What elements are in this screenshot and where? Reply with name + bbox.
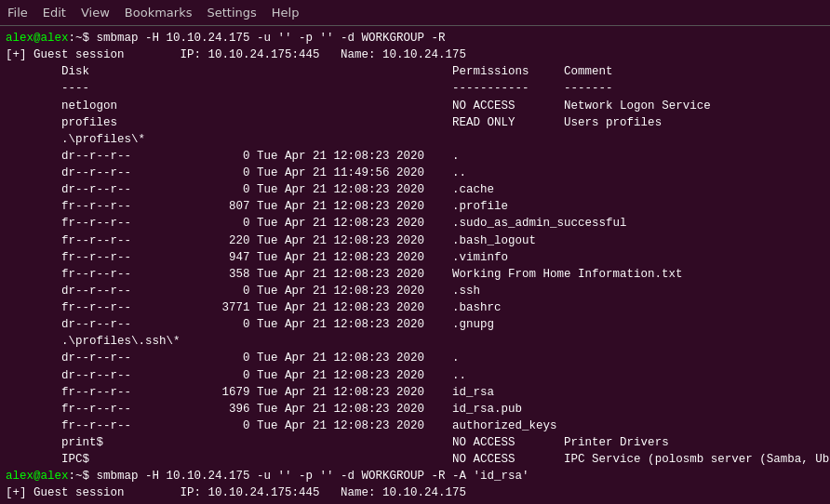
menu-bar[interactable]: File Edit View Bookmarks Settings Help (7, 6, 299, 20)
line-ssh-dir: .\profiles\.ssh\* (6, 335, 181, 348)
line-dotdot: dr--r--r-- 0 Tue Apr 21 11:49:56 2020 .. (6, 166, 466, 179)
line-sudo: fr--r--r-- 0 Tue Apr 21 12:08:23 2020 .s… (6, 217, 627, 230)
prompt-sep-2: :~$ (69, 470, 97, 483)
line-dot: dr--r--r-- 0 Tue Apr 21 12:08:23 2020 . (6, 150, 460, 163)
line-bashrc: fr--r--r-- 3771 Tue Apr 21 12:08:23 2020… (6, 301, 502, 314)
prompt-sep-1: :~$ (69, 32, 97, 45)
line-guest-2: [+] Guest session IP: 10.10.24.175:445 N… (6, 486, 536, 499)
line-ipc: IPC$ NO ACCESS IPC Service (polosmb serv… (6, 453, 830, 466)
prompt-1: alex@alex (6, 32, 69, 45)
menu-file[interactable]: File (7, 6, 28, 20)
menu-help[interactable]: Help (272, 6, 300, 20)
line-idrsa-pub: fr--r--r-- 396 Tue Apr 21 12:08:23 2020 … (6, 403, 522, 416)
menu-view[interactable]: View (81, 6, 110, 20)
line-print: print$ NO ACCESS Printer Drivers (6, 436, 669, 449)
line-viminfo: fr--r--r-- 947 Tue Apr 21 12:08:23 2020 … (6, 251, 508, 264)
cmd-1: smbmap -H 10.10.24.175 -u '' -p '' -d WO… (97, 32, 446, 45)
menu-bookmarks[interactable]: Bookmarks (125, 6, 193, 20)
line-ssh: dr--r--r-- 0 Tue Apr 21 12:08:23 2020 .s… (6, 285, 480, 298)
line-divider: ---- ----------- ------- (6, 82, 613, 95)
cmd-2: smbmap -H 10.10.24.175 -u '' -p '' -d WO… (97, 470, 529, 483)
menu-edit[interactable]: Edit (43, 6, 66, 20)
line-idrsa: fr--r--r-- 1679 Tue Apr 21 12:08:23 2020… (6, 386, 494, 399)
line-netlogon: netlogon NO ACCESS Network Logon Service (6, 99, 711, 113)
line-profile: fr--r--r-- 807 Tue Apr 21 12:08:23 2020 … (6, 200, 508, 213)
line-profiles: profiles READ ONLY Users profiles (6, 116, 662, 129)
prompt-2: alex@alex (6, 470, 69, 483)
line-authorized: fr--r--r-- 0 Tue Apr 21 12:08:23 2020 au… (6, 419, 557, 432)
terminal: alex@alex:~$ smbmap -H 10.10.24.175 -u '… (0, 26, 830, 504)
line-bash-logout: fr--r--r-- 220 Tue Apr 21 12:08:23 2020 … (6, 234, 536, 247)
line-ssh-dotdot: dr--r--r-- 0 Tue Apr 21 12:08:23 2020 .. (6, 369, 466, 382)
line-ssh-dot: dr--r--r-- 0 Tue Apr 21 12:08:23 2020 . (6, 351, 460, 365)
title-bar: File Edit View Bookmarks Settings Help (0, 0, 830, 26)
line-guest: [+] Guest session IP: 10.10.24.175:445 N… (6, 48, 536, 61)
line-profiles-dir: .\profiles\* (6, 133, 145, 146)
line-wfh: fr--r--r-- 358 Tue Apr 21 12:08:23 2020 … (6, 268, 683, 281)
line-header: Disk Permissions Comment (6, 65, 613, 78)
line-gnupg: dr--r--r-- 0 Tue Apr 21 12:08:23 2020 .g… (6, 318, 494, 331)
line-cache: dr--r--r-- 0 Tue Apr 21 12:08:23 2020 .c… (6, 183, 494, 196)
menu-settings[interactable]: Settings (207, 6, 256, 20)
